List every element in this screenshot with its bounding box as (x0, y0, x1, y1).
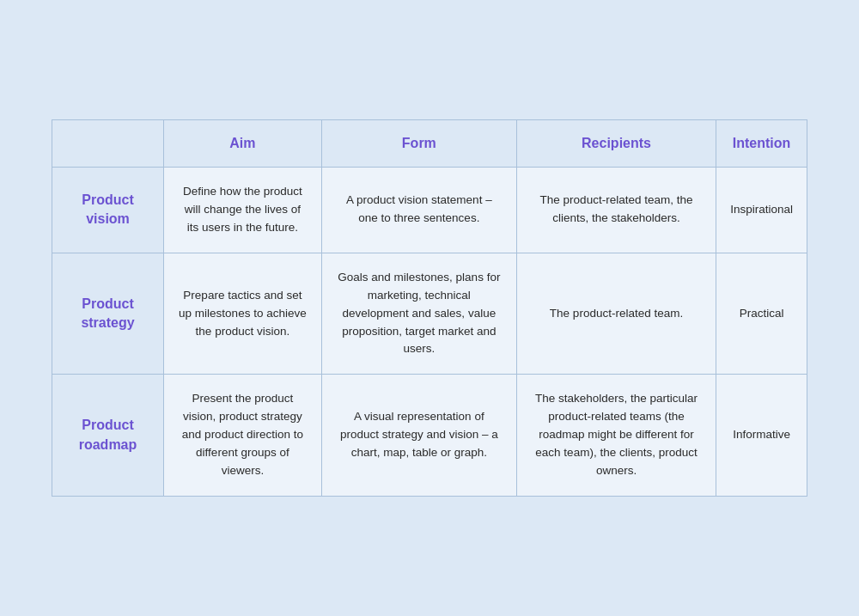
table-row: Product visiom Define how the product wi… (52, 168, 807, 253)
cell-strategy-form: Goals and milestones, plans for marketin… (321, 253, 516, 375)
cell-vision-recipients: The product-related team, the clients, t… (516, 168, 716, 253)
row-label-vision: Product visiom (52, 168, 164, 253)
cell-strategy-intention: Practical (716, 253, 807, 375)
table-row: Product roadmap Present the product visi… (52, 375, 807, 497)
cell-roadmap-aim: Present the product vision, product stra… (164, 375, 322, 497)
comparison-table: Aim Form Recipients Intention Product vi… (52, 119, 807, 497)
table-container: Aim Form Recipients Intention Product vi… (17, 94, 842, 522)
cell-strategy-aim: Prepare tactics and set up milestones to… (164, 253, 322, 375)
cell-vision-aim: Define how the product will change the l… (164, 168, 322, 253)
cell-roadmap-recipients: The stakeholders, the particular product… (516, 375, 716, 497)
table-row: Product strategy Prepare tactics and set… (52, 253, 807, 375)
cell-roadmap-intention: Informative (716, 375, 807, 497)
cell-vision-intention: Inspirational (716, 168, 807, 253)
cell-vision-form: A product vision statement – one to thre… (321, 168, 516, 253)
header-empty (52, 120, 164, 168)
row-label-strategy: Product strategy (52, 253, 164, 375)
header-aim: Aim (164, 120, 322, 168)
row-label-roadmap: Product roadmap (52, 375, 164, 497)
header-recipients: Recipients (516, 120, 716, 168)
cell-roadmap-form: A visual representation of product strat… (321, 375, 516, 497)
header-intention: Intention (716, 120, 807, 168)
header-form: Form (321, 120, 516, 168)
cell-strategy-recipients: The product-related team. (516, 253, 716, 375)
